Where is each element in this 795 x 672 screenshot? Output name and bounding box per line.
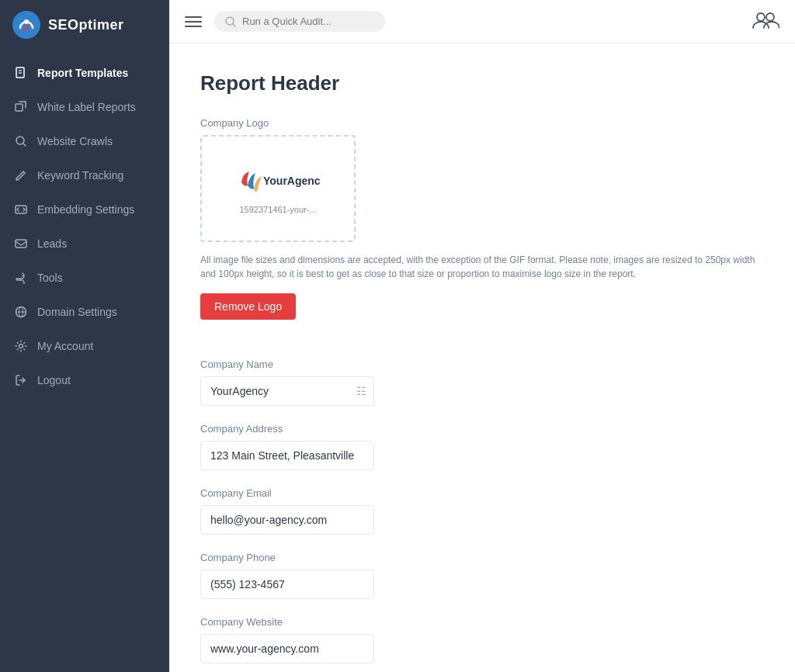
svg-point-10 bbox=[22, 275, 23, 277]
company-logo-group: Company Logo YourAgency 15 bbox=[200, 117, 764, 341]
logo-upload-box[interactable]: YourAgency 1592371461-your-... bbox=[200, 135, 356, 242]
remove-logo-button[interactable]: Remove Logo bbox=[200, 293, 296, 320]
page-title: Report Header bbox=[200, 71, 764, 95]
sidebar-label-my-account: My Account bbox=[37, 340, 93, 352]
agency-logo-image: YourAgency bbox=[231, 163, 325, 202]
company-phone-input[interactable] bbox=[200, 570, 374, 599]
agency-logo-svg: YourAgency bbox=[235, 165, 321, 199]
search-circle-icon bbox=[14, 134, 28, 148]
company-website-label: Company Website bbox=[200, 616, 764, 628]
sidebar-label-website-crawls: Website Crawls bbox=[37, 135, 113, 147]
svg-rect-5 bbox=[16, 104, 23, 111]
company-name-input[interactable] bbox=[200, 376, 374, 406]
company-phone-group: Company Phone bbox=[200, 552, 764, 599]
svg-line-7 bbox=[23, 144, 26, 146]
company-email-input[interactable] bbox=[200, 505, 374, 535]
sidebar-item-my-account[interactable]: My Account bbox=[0, 329, 169, 363]
sidebar-item-keyword-tracking[interactable]: Keyword Tracking bbox=[0, 158, 169, 192]
svg-point-17 bbox=[757, 13, 765, 21]
sidebar-label-white-label: White Label Reports bbox=[37, 101, 136, 113]
tag-icon bbox=[14, 100, 28, 114]
user-icon[interactable] bbox=[752, 6, 779, 34]
embed-icon bbox=[14, 203, 28, 216]
logo-preview: YourAgency 1592371461-your-... bbox=[231, 163, 325, 214]
company-name-group: Company Name ☷ bbox=[200, 359, 764, 406]
svg-point-14 bbox=[19, 345, 23, 348]
main-wrapper: Report Header Company Logo YourAgency bbox=[169, 0, 795, 672]
company-website-group: Company Website The Company Website fiel… bbox=[200, 616, 764, 672]
sidebar-label-embedding: Embedding Settings bbox=[37, 203, 134, 216]
logout-icon bbox=[14, 373, 28, 387]
company-website-input[interactable] bbox=[200, 634, 374, 663]
logo-filename: 1592371461-your-... bbox=[239, 205, 316, 214]
sidebar-label-leads: Leads bbox=[37, 237, 67, 250]
sidebar-label-report-templates: Report Templates bbox=[37, 67, 128, 79]
hamburger-menu[interactable] bbox=[185, 16, 202, 27]
search-input[interactable] bbox=[242, 16, 366, 27]
svg-rect-9 bbox=[16, 240, 26, 248]
company-address-group: Company Address bbox=[200, 423, 764, 470]
sidebar-item-domain-settings[interactable]: Domain Settings bbox=[0, 295, 169, 329]
company-phone-label: Company Phone bbox=[200, 552, 764, 563]
pen-icon bbox=[14, 168, 28, 182]
mail-icon bbox=[14, 237, 28, 251]
sidebar-label-tools: Tools bbox=[37, 272, 63, 284]
sidebar-item-embedding-settings[interactable]: Embedding Settings bbox=[0, 192, 169, 227]
sidebar-label-keyword-tracking: Keyword Tracking bbox=[37, 169, 123, 182]
app-name: SEOptimer bbox=[48, 17, 124, 33]
sidebar-item-website-crawls[interactable]: Website Crawls bbox=[0, 124, 169, 158]
search-icon bbox=[225, 16, 236, 27]
sidebar-item-white-label-reports[interactable]: White Label Reports bbox=[0, 90, 169, 124]
sidebar-label-domain-settings: Domain Settings bbox=[37, 306, 117, 318]
company-name-input-wrapper: ☷ bbox=[200, 376, 374, 406]
text-list-icon: ☷ bbox=[356, 385, 366, 397]
topbar-right bbox=[752, 6, 779, 37]
svg-line-16 bbox=[233, 24, 235, 26]
sidebar-item-logout[interactable]: Logout bbox=[0, 363, 169, 397]
svg-point-1 bbox=[24, 19, 29, 24]
logo-area: SEOptimer bbox=[0, 0, 169, 50]
sidebar-item-leads[interactable]: Leads bbox=[0, 227, 169, 261]
gear-icon bbox=[14, 339, 28, 353]
globe-icon bbox=[14, 305, 28, 319]
content-area: Report Header Company Logo YourAgency bbox=[169, 43, 795, 672]
company-address-input[interactable] bbox=[200, 441, 374, 470]
company-name-label: Company Name bbox=[200, 359, 764, 370]
tool-icon bbox=[14, 271, 28, 285]
company-email-group: Company Email bbox=[200, 487, 764, 535]
file-icon bbox=[14, 66, 28, 80]
company-address-label: Company Address bbox=[200, 423, 764, 435]
svg-point-18 bbox=[766, 13, 774, 21]
company-email-label: Company Email bbox=[200, 487, 764, 499]
search-bar[interactable] bbox=[214, 11, 385, 32]
svg-text:YourAgency: YourAgency bbox=[263, 175, 321, 187]
sidebar-label-logout: Logout bbox=[37, 374, 71, 386]
sidebar: SEOptimer Report Templates White Label R… bbox=[0, 0, 169, 672]
topbar bbox=[169, 0, 795, 43]
svg-point-0 bbox=[12, 11, 40, 39]
company-logo-label: Company Logo bbox=[200, 117, 764, 129]
sidebar-item-report-templates[interactable]: Report Templates bbox=[0, 56, 169, 90]
sidebar-item-tools[interactable]: Tools bbox=[0, 261, 169, 295]
logo-hint-text: All image file sizes and dimensions are … bbox=[200, 253, 764, 281]
seoptimer-logo-icon bbox=[12, 11, 40, 39]
nav-menu: Report Templates White Label Reports Web… bbox=[0, 50, 169, 672]
